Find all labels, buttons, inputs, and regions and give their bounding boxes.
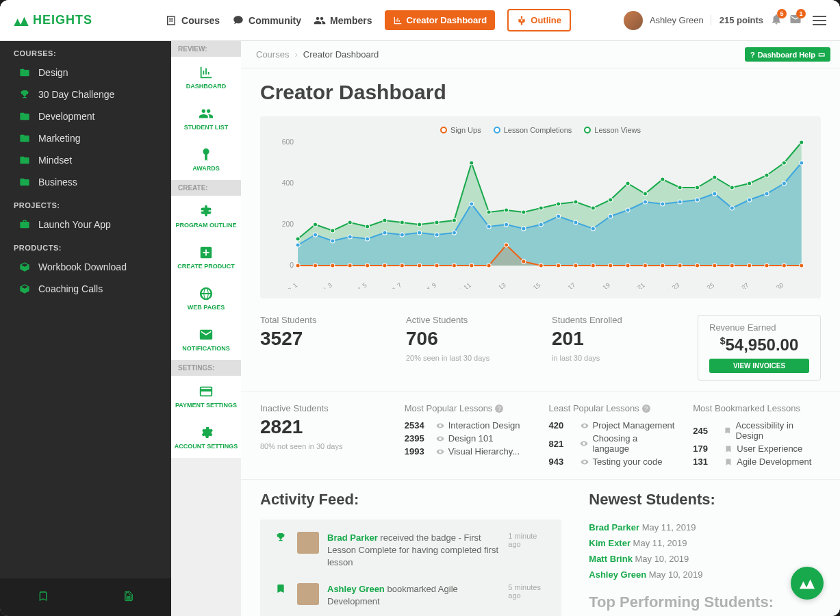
user-area: Ashley Green 215 points 5 1 <box>624 11 826 30</box>
rank-item[interactable]: 943Testing your code <box>549 455 677 468</box>
creator-dashboard-button[interactable]: Creator Dashboard <box>385 10 496 30</box>
sidebar-item[interactable]: Marketing <box>0 127 171 149</box>
svg-point-35 <box>313 233 317 237</box>
svg-point-46 <box>504 222 508 227</box>
svg-point-88 <box>713 175 717 179</box>
svg-point-45 <box>487 224 491 229</box>
svg-point-6 <box>331 264 335 268</box>
trophy-icon <box>272 532 289 543</box>
toolrail-web-pages[interactable]: WEB PAGES <box>171 278 241 319</box>
svg-text:Mon, 21: Mon, 21 <box>623 282 646 289</box>
nav-courses[interactable]: Courses <box>165 14 220 27</box>
sidebar-item[interactable]: Business <box>0 171 171 193</box>
sidebar-item[interactable]: Design <box>0 62 171 84</box>
svg-point-71 <box>418 222 422 227</box>
view-invoices-button[interactable]: VIEW INVOICES <box>709 359 809 373</box>
svg-text:Thu, 25: Thu, 25 <box>693 282 715 289</box>
svg-text:Thu, 3: Thu, 3 <box>315 282 333 289</box>
svg-text:Sun, 27: Sun, 27 <box>728 282 750 289</box>
breadcrumb-root[interactable]: Courses <box>256 49 289 60</box>
stat-inactive: Inactive Students282180% not seen in 30 … <box>260 403 388 468</box>
student-item[interactable]: Brad Parker May 11, 2019 <box>589 519 821 535</box>
svg-text:Wed, 9: Wed, 9 <box>417 282 437 289</box>
bookmark-icon[interactable] <box>38 591 49 604</box>
svg-text:Sun, 13: Sun, 13 <box>485 282 507 289</box>
document-icon[interactable] <box>123 591 134 604</box>
toolrail-program-outline[interactable]: PROGRAM OUTLINE <box>171 196 241 237</box>
svg-point-40 <box>400 233 404 237</box>
svg-point-13 <box>452 264 456 268</box>
sidebar-item[interactable]: Launch Your App <box>0 214 171 235</box>
bell-icon[interactable]: 5 <box>770 13 782 27</box>
toolrail: REVIEW: DASHBOARDSTUDENT LISTAWARDS CREA… <box>171 41 241 616</box>
trophy-icon <box>19 89 30 100</box>
sidebar-item[interactable]: Development <box>0 105 171 127</box>
rank-item[interactable]: 821Choosing a langauge <box>549 432 677 455</box>
user-name[interactable]: Ashley Green <box>650 15 704 25</box>
svg-point-55 <box>661 202 665 206</box>
avatar[interactable] <box>297 532 319 554</box>
dashboard-help-button[interactable]: ?Dashboard Help▭ <box>745 47 830 62</box>
svg-point-66 <box>331 229 335 233</box>
stat-revenue: Revenue Earned$54,950.00VIEW INVOICES <box>698 315 821 381</box>
avatar[interactable] <box>297 583 319 605</box>
student-item[interactable]: Matt Brink May 10, 2019 <box>589 551 821 567</box>
nav-community[interactable]: Community <box>232 14 301 27</box>
rank-item[interactable]: 245Accessibility in Design <box>693 419 821 442</box>
sidebar-item[interactable]: 30 Day Challenge <box>0 84 171 105</box>
svg-point-42 <box>435 233 439 237</box>
rank-item[interactable]: 420Project Management <box>549 419 677 432</box>
student-item[interactable]: Kim Exter May 11, 2019 <box>589 535 821 551</box>
chat-icon <box>232 14 244 27</box>
svg-point-12 <box>435 264 439 268</box>
rank-item[interactable]: 131Agile Development <box>693 455 821 468</box>
breadcrumb-current: Creator Dashboard <box>303 49 379 60</box>
svg-point-50 <box>574 220 578 224</box>
help-icon[interactable]: ? <box>495 405 503 413</box>
svg-point-47 <box>522 227 526 231</box>
svg-point-60 <box>748 198 752 202</box>
student-item[interactable]: Ashley Green May 10, 2019 <box>589 567 821 582</box>
nav-members[interactable]: Members <box>314 14 372 27</box>
svg-text:Fri, 11: Fri, 11 <box>454 282 472 289</box>
svg-point-91 <box>765 173 769 177</box>
message-icon[interactable]: 1 <box>789 13 802 27</box>
fab-button[interactable] <box>791 567 824 600</box>
rank-item[interactable]: 179User Experience <box>693 442 821 455</box>
sidebar-item[interactable]: Mindset <box>0 149 171 171</box>
svg-text:Wed, 30: Wed, 30 <box>762 282 785 289</box>
rank-item[interactable]: 1993Visual Hierarchy... <box>405 445 533 458</box>
svg-text:Thu, 17: Thu, 17 <box>555 282 577 289</box>
hamburger-icon[interactable] <box>813 13 826 28</box>
svg-point-52 <box>609 214 613 218</box>
svg-point-9 <box>383 264 387 268</box>
svg-point-16 <box>504 243 508 247</box>
help-icon[interactable]: ? <box>642 405 650 413</box>
toolrail-student-list[interactable]: STUDENT LIST <box>171 98 241 139</box>
page-title: Creator Dashboard <box>241 68 840 111</box>
svg-point-90 <box>748 181 752 185</box>
toolrail-create-label: CREATE: <box>171 180 241 196</box>
svg-text:Tue, 15: Tue, 15 <box>520 282 542 289</box>
toolrail-account-settings[interactable]: ACCOUNT SETTINGS <box>171 417 241 458</box>
avatar[interactable] <box>624 11 643 30</box>
logo[interactable]: HEIGHTS <box>14 13 92 27</box>
toolrail-dashboard[interactable]: DASHBOARD <box>171 57 241 98</box>
rank-item[interactable]: 2534Interaction Design <box>405 419 533 432</box>
activity-feed: Activity Feed: Brad Parker received the … <box>260 491 561 616</box>
svg-point-69 <box>383 218 387 222</box>
toolrail-payment-settings[interactable]: PAYMENT SETTINGS <box>171 376 241 417</box>
svg-point-76 <box>504 208 508 212</box>
folder-icon <box>19 133 30 144</box>
toolrail-create-product[interactable]: CREATE PRODUCT <box>171 237 241 278</box>
toolrail-notifications[interactable]: NOTIFICATIONS <box>171 319 241 360</box>
sidebar-item[interactable]: Workbook Download <box>0 256 171 278</box>
svg-point-34 <box>296 243 300 247</box>
toolrail-awards[interactable]: AWARDS <box>171 139 241 180</box>
chart-legend: Sign Ups Lesson Completions Lesson Views <box>272 126 809 134</box>
sidebar-item[interactable]: Coaching Calls <box>0 278 171 300</box>
rank-item[interactable]: 2395Design 101 <box>405 432 533 445</box>
outline-button[interactable]: Outline <box>507 9 571 31</box>
svg-point-25 <box>661 264 665 268</box>
svg-text:Sat, 19: Sat, 19 <box>591 282 611 289</box>
